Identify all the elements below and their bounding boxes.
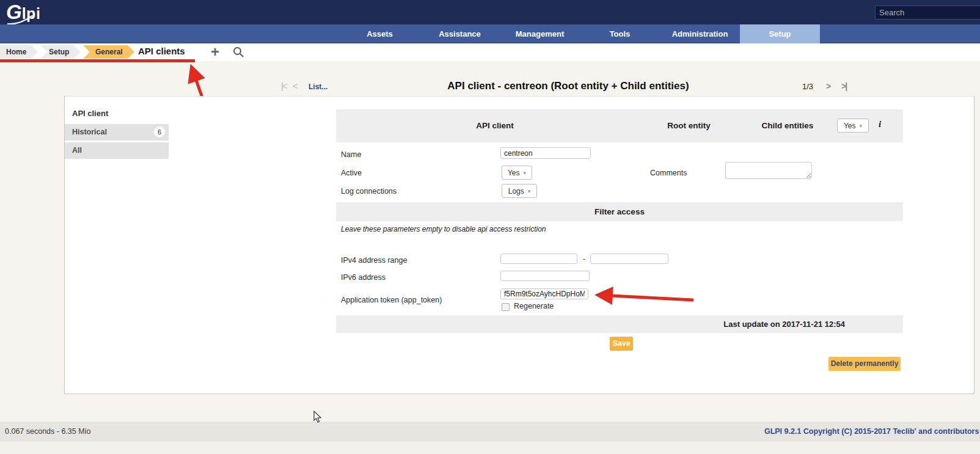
chevron-down-icon: ▾ [860, 123, 863, 129]
last-update-bar: Last update on 2017-11-21 12:54 [336, 315, 903, 333]
menu-tools[interactable]: Tools [580, 24, 660, 43]
ipv4-label: IPv4 address range [341, 256, 407, 265]
top-bar: Glpi [0, 0, 980, 24]
log-connections-select[interactable]: Logs ▾ [502, 184, 537, 198]
page-title: API client - centreon (Root entity + Chi… [305, 80, 831, 92]
api-client-form: API client Root entity Child entities Ye… [336, 109, 903, 384]
form-header: API client Root entity Child entities Ye… [336, 109, 903, 142]
ipv4-end-input[interactable] [590, 254, 668, 264]
name-input[interactable] [500, 147, 591, 159]
child-entities-value: Yes [844, 122, 856, 130]
glpi-page: Glpi Assets Assistance Management Tools … [0, 0, 980, 454]
save-button[interactable]: Save [610, 337, 633, 351]
menu-management[interactable]: Management [500, 24, 580, 43]
sidebar-item-label: All [72, 146, 82, 155]
annotation-underline [0, 59, 195, 62]
pagination-prev-icon: < [293, 81, 298, 91]
breadcrumb: Home Setup General API clients [0, 43, 980, 61]
sidebar-item-all[interactable]: All [65, 142, 169, 159]
menu-administration[interactable]: Administration [660, 24, 740, 43]
comments-label: Comments [650, 169, 687, 177]
footer-copyright-link[interactable]: GLPI 9.2.1 Copyright (C) 2015-2017 Tecli… [764, 422, 980, 442]
ipv4-range-separator: - [583, 255, 585, 263]
ipv6-input[interactable] [500, 271, 590, 281]
main-menu-items: Assets Assistance Management Tools Admin… [340, 24, 820, 43]
breadcrumb-current-page: API clients [138, 46, 185, 56]
sidebar-item-label: Historical [72, 128, 107, 136]
footer-stats: 0.067 seconds - 6.35 Mio [5, 422, 90, 442]
main-menu: Assets Assistance Management Tools Admin… [0, 24, 980, 43]
chevron-down-icon: ▾ [528, 188, 531, 194]
sidebar-item-historical[interactable]: Historical 6 [65, 124, 169, 141]
historical-count-badge: 6 [154, 126, 165, 137]
logo-swoosh [6, 15, 43, 25]
filter-access-header: Filter access [336, 202, 903, 221]
info-icon[interactable]: i [879, 119, 881, 130]
regenerate-checkbox[interactable] [502, 303, 510, 311]
breadcrumb-general[interactable]: General [83, 45, 134, 59]
delete-permanently-button[interactable]: Delete permanently [828, 357, 901, 371]
ipv4-start-input[interactable] [500, 254, 577, 264]
search-list-icon[interactable] [233, 46, 244, 58]
menu-assets[interactable]: Assets [340, 24, 420, 43]
footer-bottom-strip [0, 442, 980, 454]
active-select[interactable]: Yes ▾ [502, 166, 532, 180]
app-token-label: Application token (app_token) [341, 296, 442, 304]
child-entities-select[interactable]: Yes ▾ [837, 119, 869, 133]
add-item-icon[interactable]: + [211, 43, 219, 60]
pagination-next-icon[interactable]: > [826, 81, 831, 91]
pagination-last-icon[interactable]: >| [841, 81, 846, 91]
active-label: Active [341, 169, 362, 177]
ipv6-label: IPv6 address [341, 273, 386, 282]
child-entities-label: Child entities [742, 109, 833, 142]
menu-setup[interactable]: Setup [740, 24, 820, 43]
form-header-title: API client [336, 109, 654, 142]
pagination-first-icon: |< [281, 81, 286, 91]
regenerate-label: Regenerate [514, 302, 554, 310]
footer-bar: 0.067 seconds - 6.35 Mio GLPI 9.2.1 Copy… [0, 422, 980, 442]
log-connections-label: Log connections [341, 187, 397, 196]
name-label: Name [341, 150, 361, 159]
global-search [875, 5, 980, 20]
global-search-input[interactable] [876, 8, 980, 17]
log-connections-value: Logs [508, 187, 524, 196]
pagination-count: 1/3 [802, 82, 813, 91]
content-panel: API client Historical 6 All API client R… [64, 96, 975, 394]
breadcrumb-setup[interactable]: Setup [40, 45, 81, 59]
app-token-input[interactable] [500, 288, 588, 299]
root-entity-label: Root entity [654, 109, 724, 142]
breadcrumb-home[interactable]: Home [0, 45, 38, 59]
active-value: Yes [508, 169, 520, 177]
filter-access-note: Leave these parameters empty to disable … [341, 225, 546, 233]
comments-textarea[interactable] [725, 162, 812, 179]
menu-assistance[interactable]: Assistance [420, 24, 500, 43]
chevron-down-icon: ▾ [524, 170, 527, 176]
glpi-logo[interactable]: Glpi [6, 1, 40, 24]
sidebar-title: API client [72, 109, 108, 118]
